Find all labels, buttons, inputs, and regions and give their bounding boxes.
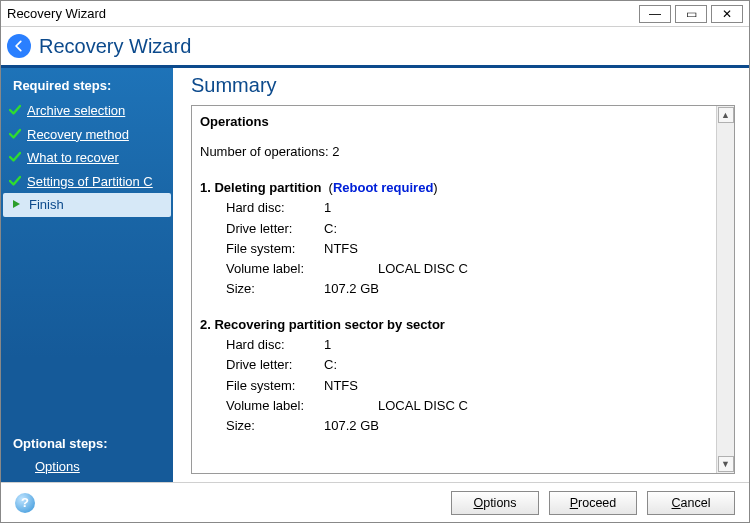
wizard-header: Recovery Wizard (1, 27, 749, 65)
check-icon (9, 151, 21, 163)
help-icon[interactable]: ? (15, 493, 35, 513)
sidebar-step-label: Finish (29, 196, 64, 214)
operation-row: Volume label:LOCAL DISC C (200, 396, 706, 416)
operation-row-value: 107.2 GB (324, 279, 379, 299)
operation-row-value: C: (324, 355, 337, 375)
operation-row-key: Hard disc: (226, 335, 324, 355)
back-arrow-icon (12, 39, 26, 53)
operation-row-key: File system: (226, 376, 324, 396)
main-panel: Summary Operations Number of operations:… (173, 68, 749, 482)
page-title: Recovery Wizard (39, 35, 191, 58)
operation-0: 1. Deleting partition (Reboot required)H… (200, 178, 706, 313)
sidebar-step-0[interactable]: Archive selection (1, 99, 173, 123)
sidebar-step-4: Finish (3, 193, 171, 217)
operation-row: Volume label:LOCAL DISC C (200, 259, 706, 279)
cancel-button[interactable]: Cancel (647, 491, 735, 515)
check-icon (9, 128, 21, 140)
arrow-right-icon (11, 198, 23, 210)
sidebar-step-1[interactable]: Recovery method (1, 123, 173, 147)
operation-row-value: 1 (324, 198, 331, 218)
sidebar-step-3[interactable]: Settings of Partition C (1, 170, 173, 194)
window-title: Recovery Wizard (7, 6, 106, 21)
wizard-body: Required steps: Archive selectionRecover… (1, 65, 749, 482)
operation-row-key: Volume label: (226, 259, 324, 279)
operation-row-value: C: (324, 219, 337, 239)
minimize-button[interactable]: — (639, 5, 671, 23)
operation-note: Reboot required (333, 180, 433, 195)
operations-count: Number of operations: 2 (200, 142, 706, 162)
sidebar-optional-label[interactable]: Options (35, 459, 80, 474)
operation-row-key: Size: (226, 416, 324, 436)
scroll-up-button[interactable]: ▲ (718, 107, 734, 123)
operations-content: Operations Number of operations: 2 1. De… (192, 106, 716, 473)
operation-row: Drive letter:C: (200, 219, 706, 239)
operation-row-key: Size: (226, 279, 324, 299)
operation-row-value: NTFS (324, 239, 358, 259)
operation-row-key: Hard disc: (226, 198, 324, 218)
operation-row-key: Drive letter: (226, 355, 324, 375)
back-button[interactable] (7, 34, 31, 58)
sidebar-step-label[interactable]: Archive selection (27, 102, 125, 120)
recovery-wizard-window: Recovery Wizard — ▭ ✕ Recovery Wizard Re… (0, 0, 750, 523)
summary-title: Summary (191, 74, 735, 97)
operation-title: 2. Recovering partition sector by sector (200, 315, 706, 335)
operation-row-key: Volume label: (226, 396, 324, 416)
operation-row-value: 1 (324, 335, 331, 355)
proceed-button-rest: roceed (578, 496, 616, 510)
operation-row: File system:NTFS (200, 376, 706, 396)
cancel-button-rest: ancel (681, 496, 711, 510)
operation-row-value: 107.2 GB (324, 416, 379, 436)
operations-frame: Operations Number of operations: 2 1. De… (191, 105, 735, 474)
check-icon (9, 104, 21, 116)
optional-steps-heading: Optional steps: (1, 432, 173, 457)
check-icon (9, 175, 21, 187)
operation-1: 2. Recovering partition sector by sector… (200, 315, 706, 450)
scroll-down-button[interactable]: ▼ (718, 456, 734, 472)
operation-row: Size:107.2 GB (200, 416, 706, 436)
operation-row: Hard disc:1 (200, 198, 706, 218)
maximize-button[interactable]: ▭ (675, 5, 707, 23)
operation-row-key: Drive letter: (226, 219, 324, 239)
operation-row-value: LOCAL DISC C (324, 259, 468, 279)
sidebar-optional-0[interactable]: Options (1, 457, 173, 482)
operation-row: Drive letter:C: (200, 355, 706, 375)
sidebar-step-label[interactable]: Recovery method (27, 126, 129, 144)
operation-row-key: File system: (226, 239, 324, 259)
options-button-rest: ptions (483, 496, 516, 510)
operations-heading: Operations (200, 112, 706, 132)
close-button[interactable]: ✕ (711, 5, 743, 23)
proceed-button[interactable]: Proceed (549, 491, 637, 515)
footer: ? Options Proceed Cancel (1, 482, 749, 522)
operation-row: Hard disc:1 (200, 335, 706, 355)
sidebar-step-label[interactable]: Settings of Partition C (27, 173, 153, 191)
scrollbar[interactable]: ▲ ▼ (716, 106, 734, 473)
operation-row-value: NTFS (324, 376, 358, 396)
operation-row: Size:107.2 GB (200, 279, 706, 299)
options-button[interactable]: Options (451, 491, 539, 515)
sidebar: Required steps: Archive selectionRecover… (1, 68, 173, 482)
operation-row-value: LOCAL DISC C (324, 396, 468, 416)
operation-row: File system:NTFS (200, 239, 706, 259)
sidebar-step-2[interactable]: What to recover (1, 146, 173, 170)
operation-title: 1. Deleting partition (Reboot required) (200, 178, 706, 198)
required-steps-heading: Required steps: (1, 74, 173, 99)
sidebar-step-label[interactable]: What to recover (27, 149, 119, 167)
titlebar: Recovery Wizard — ▭ ✕ (1, 1, 749, 27)
